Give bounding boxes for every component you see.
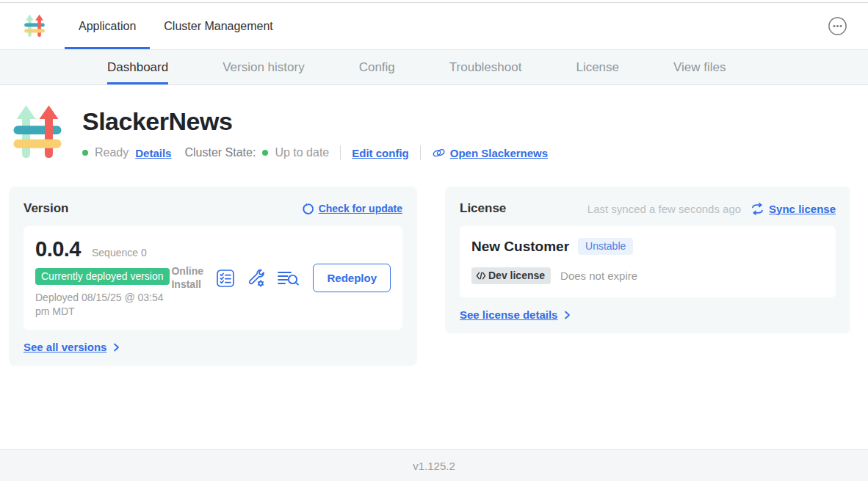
license-card: License Last synced a few seconds ago Sy… <box>445 187 850 333</box>
subnav-item-config[interactable]: Config <box>359 50 395 84</box>
subnav-version-history-label: Version history <box>223 60 305 75</box>
see-all-versions-label: See all versions <box>23 341 106 353</box>
page-title: SlackerNews <box>82 107 548 136</box>
sync-license-label: Sync license <box>769 203 836 215</box>
divider <box>340 145 341 160</box>
cluster-state-label: Cluster State: <box>184 146 256 159</box>
cluster-state-value: Up to date <box>275 146 329 159</box>
version-number: 0.0.4 <box>35 237 81 261</box>
subnav-view-files-label: View files <box>673 60 726 75</box>
app-header: SlackerNews Ready Details Cluster State:… <box>13 103 868 162</box>
logs-search-icon <box>277 269 300 287</box>
tab-application-label: Application <box>79 20 136 33</box>
chevron-right-icon <box>562 310 572 320</box>
chevron-right-icon <box>111 342 121 352</box>
slackernews-logo <box>13 103 62 162</box>
open-app-link[interactable]: Open Slackernews <box>432 147 548 159</box>
app-status-text: Ready <box>95 146 129 159</box>
sync-arrows-icon <box>751 203 764 215</box>
redeploy-button[interactable]: Redeploy <box>313 264 391 292</box>
divider <box>420 145 421 160</box>
app-subnav: Dashboard Version history Config Trouble… <box>0 50 868 85</box>
top-navbar: Application Cluster Management <box>0 3 868 50</box>
edit-config-link[interactable]: Edit config <box>352 147 409 159</box>
cluster-state-dot <box>262 150 268 156</box>
see-all-versions-link[interactable]: See all versions <box>23 341 121 353</box>
version-info: 0.0.4 Sequence 0 Currently deployed vers… <box>35 237 171 319</box>
channel-badge: Unstable <box>578 238 633 255</box>
check-for-update-link[interactable]: Check for update <box>302 203 402 215</box>
license-info-panel: New Customer Unstable Dev license Does n… <box>460 226 836 297</box>
app-status-dot <box>82 150 88 156</box>
install-type-label: Online Install <box>171 265 205 291</box>
app-status-row: Ready Details Cluster State: Up to date … <box>82 145 548 160</box>
dashboard-cards: Version Check for update 0.0.4 Se <box>9 187 859 366</box>
tab-cluster-management-label: Cluster Management <box>164 20 273 33</box>
sequence-label: Sequence 0 <box>92 247 147 258</box>
version-card-title: Version <box>23 201 68 216</box>
subnav-item-view-files[interactable]: View files <box>673 50 726 84</box>
wrench-gear-icon <box>246 268 266 288</box>
subnav-config-label: Config <box>359 60 395 75</box>
license-card-title: License <box>460 201 506 216</box>
open-app-label: Open Slackernews <box>450 147 548 159</box>
see-license-details-link[interactable]: See license details <box>460 308 572 321</box>
license-expiry: Does not expire <box>560 270 637 282</box>
view-config-button[interactable] <box>246 268 266 288</box>
main-content: SlackerNews Ready Details Cluster State:… <box>0 85 868 449</box>
deployed-timestamp: Deployed 08/15/25 @ 03:54 pm MDT <box>35 291 171 319</box>
subnav-license-label: License <box>576 60 619 75</box>
refresh-icon <box>302 203 314 215</box>
preflight-checks-button[interactable] <box>216 269 235 288</box>
details-link[interactable]: Details <box>135 147 171 159</box>
version-card: Version Check for update 0.0.4 Se <box>9 187 417 366</box>
subnav-troubleshoot-label: Troubleshoot <box>449 60 522 75</box>
subnav-item-dashboard[interactable]: Dashboard <box>107 50 168 84</box>
chain-link-icon <box>432 147 446 159</box>
subnav-item-version-history[interactable]: Version history <box>223 50 305 84</box>
subnav-item-license[interactable]: License <box>576 50 619 84</box>
version-actions: Online Install <box>171 264 391 292</box>
license-card-header: License Last synced a few seconds ago Sy… <box>460 201 836 216</box>
version-card-header: Version Check for update <box>23 201 402 216</box>
app-logo-icon <box>24 13 45 39</box>
overflow-menu-button[interactable] <box>828 16 847 36</box>
check-for-update-label: Check for update <box>319 203 402 214</box>
checklist-icon <box>216 269 235 288</box>
current-version-panel: 0.0.4 Sequence 0 Currently deployed vers… <box>23 226 402 330</box>
subnav-item-troubleshoot[interactable]: Troubleshoot <box>449 50 522 84</box>
tab-cluster-management[interactable]: Cluster Management <box>150 3 287 49</box>
sync-license-link[interactable]: Sync license <box>751 203 836 215</box>
deployed-status-badge: Currently deployed version <box>35 268 170 285</box>
license-type-badge: Dev license <box>471 267 551 284</box>
tab-application[interactable]: Application <box>65 3 150 49</box>
customer-name: New Customer <box>471 239 569 255</box>
license-type-label: Dev license <box>488 270 545 281</box>
console-version: v1.125.2 <box>413 460 455 472</box>
see-license-details-label: See license details <box>460 308 557 321</box>
deploy-logs-button[interactable] <box>277 269 300 287</box>
last-synced-text: Last synced a few seconds ago <box>587 203 741 215</box>
subnav-dashboard-label: Dashboard <box>107 60 168 75</box>
code-icon <box>476 272 486 280</box>
footer-bar: v1.125.2 <box>0 449 868 481</box>
ellipsis-circle-icon <box>828 16 847 36</box>
